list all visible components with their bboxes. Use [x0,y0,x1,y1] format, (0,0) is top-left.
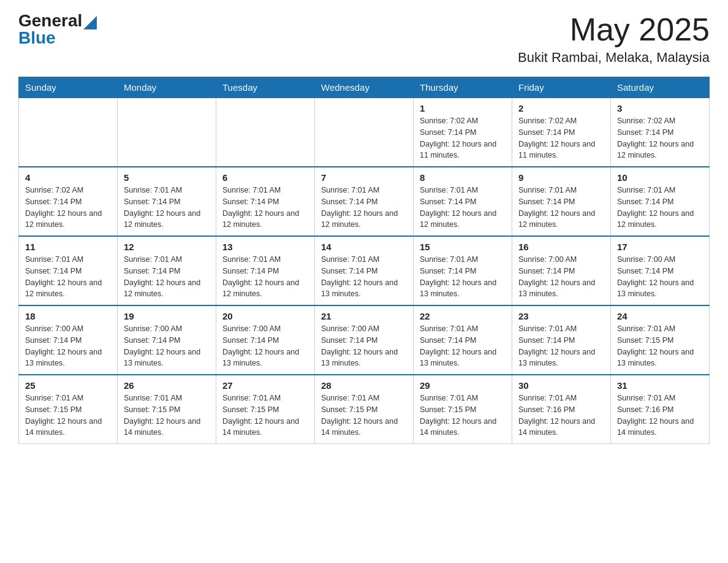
day-info: Sunrise: 7:02 AMSunset: 7:14 PMDaylight:… [617,115,703,161]
weekday-header-friday: Friday [512,77,611,98]
day-number: 9 [518,172,604,183]
day-number: 1 [420,103,506,113]
calendar-cell: 5Sunrise: 7:01 AMSunset: 7:14 PMDaylight… [118,167,216,236]
day-number: 31 [617,380,703,391]
day-number: 28 [321,380,407,391]
day-info: Sunrise: 7:01 AMSunset: 7:14 PMDaylight:… [617,185,703,231]
calendar-header-row: SundayMondayTuesdayWednesdayThursdayFrid… [19,77,710,98]
day-number: 25 [25,380,111,391]
day-number: 27 [222,380,308,391]
calendar-cell: 6Sunrise: 7:01 AMSunset: 7:14 PMDaylight… [216,167,315,236]
calendar-cell: 30Sunrise: 7:01 AMSunset: 7:16 PMDayligh… [512,375,611,444]
day-number: 7 [321,172,407,183]
calendar-cell: 25Sunrise: 7:01 AMSunset: 7:15 PMDayligh… [19,375,118,444]
day-info: Sunrise: 7:01 AMSunset: 7:14 PMDaylight:… [420,254,506,300]
day-info: Sunrise: 7:00 AMSunset: 7:14 PMDaylight:… [518,254,604,300]
calendar-week-row: 1Sunrise: 7:02 AMSunset: 7:14 PMDaylight… [19,98,710,167]
day-info: Sunrise: 7:01 AMSunset: 7:14 PMDaylight:… [124,185,210,231]
day-info: Sunrise: 7:02 AMSunset: 7:14 PMDaylight:… [518,115,604,161]
day-number: 18 [25,311,111,321]
day-number: 24 [617,311,703,321]
calendar-cell [216,98,315,167]
location-title: Bukit Rambai, Melaka, Malaysia [518,50,710,66]
calendar-week-row: 18Sunrise: 7:00 AMSunset: 7:14 PMDayligh… [19,305,710,375]
calendar-cell: 14Sunrise: 7:01 AMSunset: 7:14 PMDayligh… [315,236,414,305]
day-info: Sunrise: 7:01 AMSunset: 7:14 PMDaylight:… [321,254,407,300]
logo-wrapper: General Blue [18,12,97,47]
day-info: Sunrise: 7:00 AMSunset: 7:14 PMDaylight:… [222,323,308,369]
calendar-cell: 12Sunrise: 7:01 AMSunset: 7:14 PMDayligh… [118,236,216,305]
calendar-cell [315,98,414,167]
day-info: Sunrise: 7:00 AMSunset: 7:14 PMDaylight:… [25,323,111,369]
day-number: 21 [321,311,407,321]
calendar-table: SundayMondayTuesdayWednesdayThursdayFrid… [18,77,710,444]
calendar-cell: 7Sunrise: 7:01 AMSunset: 7:14 PMDaylight… [315,167,414,236]
day-info: Sunrise: 7:01 AMSunset: 7:14 PMDaylight:… [25,254,111,300]
day-number: 30 [518,380,604,391]
day-number: 22 [420,311,506,321]
calendar-cell: 16Sunrise: 7:00 AMSunset: 7:14 PMDayligh… [512,236,611,305]
calendar-cell: 31Sunrise: 7:01 AMSunset: 7:16 PMDayligh… [611,375,710,444]
calendar-cell: 22Sunrise: 7:01 AMSunset: 7:14 PMDayligh… [414,305,512,375]
day-number: 16 [518,242,604,252]
day-info: Sunrise: 7:01 AMSunset: 7:15 PMDaylight:… [25,393,111,439]
logo-blue-text: Blue [18,29,97,47]
calendar-cell [118,98,216,167]
calendar-week-row: 4Sunrise: 7:02 AMSunset: 7:14 PMDaylight… [19,167,710,236]
calendar-cell: 9Sunrise: 7:01 AMSunset: 7:14 PMDaylight… [512,167,611,236]
calendar-cell: 26Sunrise: 7:01 AMSunset: 7:15 PMDayligh… [118,375,216,444]
day-number: 17 [617,242,703,252]
logo-top-row: General [18,12,97,29]
day-number: 19 [124,311,210,321]
day-info: Sunrise: 7:00 AMSunset: 7:14 PMDaylight:… [617,254,703,300]
calendar-cell [19,98,118,167]
day-info: Sunrise: 7:01 AMSunset: 7:14 PMDaylight:… [321,185,407,231]
title-block: May 2025 Bukit Rambai, Melaka, Malaysia [518,12,710,66]
day-info: Sunrise: 7:01 AMSunset: 7:15 PMDaylight:… [321,393,407,439]
day-number: 2 [518,103,604,113]
calendar-cell: 15Sunrise: 7:01 AMSunset: 7:14 PMDayligh… [414,236,512,305]
day-info: Sunrise: 7:01 AMSunset: 7:14 PMDaylight:… [420,185,506,231]
calendar-cell: 3Sunrise: 7:02 AMSunset: 7:14 PMDaylight… [611,98,710,167]
day-number: 15 [420,242,506,252]
calendar-cell: 29Sunrise: 7:01 AMSunset: 7:15 PMDayligh… [414,375,512,444]
calendar-cell: 28Sunrise: 7:01 AMSunset: 7:15 PMDayligh… [315,375,414,444]
calendar-cell: 24Sunrise: 7:01 AMSunset: 7:15 PMDayligh… [611,305,710,375]
svg-marker-0 [83,16,97,29]
weekday-header-saturday: Saturday [611,77,710,98]
calendar-cell: 18Sunrise: 7:00 AMSunset: 7:14 PMDayligh… [19,305,118,375]
day-info: Sunrise: 7:01 AMSunset: 7:16 PMDaylight:… [518,393,604,439]
day-number: 23 [518,311,604,321]
day-number: 26 [124,380,210,391]
day-number: 11 [25,242,111,252]
weekday-header-wednesday: Wednesday [315,77,414,98]
day-info: Sunrise: 7:02 AMSunset: 7:14 PMDaylight:… [420,115,506,161]
calendar-cell: 27Sunrise: 7:01 AMSunset: 7:15 PMDayligh… [216,375,315,444]
day-number: 12 [124,242,210,252]
day-info: Sunrise: 7:01 AMSunset: 7:16 PMDaylight:… [617,393,703,439]
calendar-cell: 11Sunrise: 7:01 AMSunset: 7:14 PMDayligh… [19,236,118,305]
calendar-cell: 19Sunrise: 7:00 AMSunset: 7:14 PMDayligh… [118,305,216,375]
month-title: May 2025 [518,12,710,47]
calendar-cell: 23Sunrise: 7:01 AMSunset: 7:14 PMDayligh… [512,305,611,375]
calendar-cell: 21Sunrise: 7:00 AMSunset: 7:14 PMDayligh… [315,305,414,375]
day-info: Sunrise: 7:01 AMSunset: 7:15 PMDaylight:… [420,393,506,439]
day-info: Sunrise: 7:01 AMSunset: 7:14 PMDaylight:… [124,254,210,300]
calendar-cell: 10Sunrise: 7:01 AMSunset: 7:14 PMDayligh… [611,167,710,236]
day-number: 8 [420,172,506,183]
calendar-week-row: 11Sunrise: 7:01 AMSunset: 7:14 PMDayligh… [19,236,710,305]
day-info: Sunrise: 7:00 AMSunset: 7:14 PMDaylight:… [321,323,407,369]
day-info: Sunrise: 7:01 AMSunset: 7:14 PMDaylight:… [222,254,308,300]
day-info: Sunrise: 7:01 AMSunset: 7:14 PMDaylight:… [518,185,604,231]
day-number: 3 [617,103,703,113]
day-info: Sunrise: 7:01 AMSunset: 7:15 PMDaylight:… [617,323,703,369]
day-number: 14 [321,242,407,252]
day-info: Sunrise: 7:01 AMSunset: 7:15 PMDaylight:… [222,393,308,439]
day-number: 4 [25,172,111,183]
day-number: 5 [124,172,210,183]
day-info: Sunrise: 7:01 AMSunset: 7:14 PMDaylight:… [420,323,506,369]
day-number: 29 [420,380,506,391]
page-header: General Blue May 2025 Bukit Rambai, Mela… [18,12,710,66]
weekday-header-thursday: Thursday [414,77,512,98]
logo: General Blue [18,12,97,47]
